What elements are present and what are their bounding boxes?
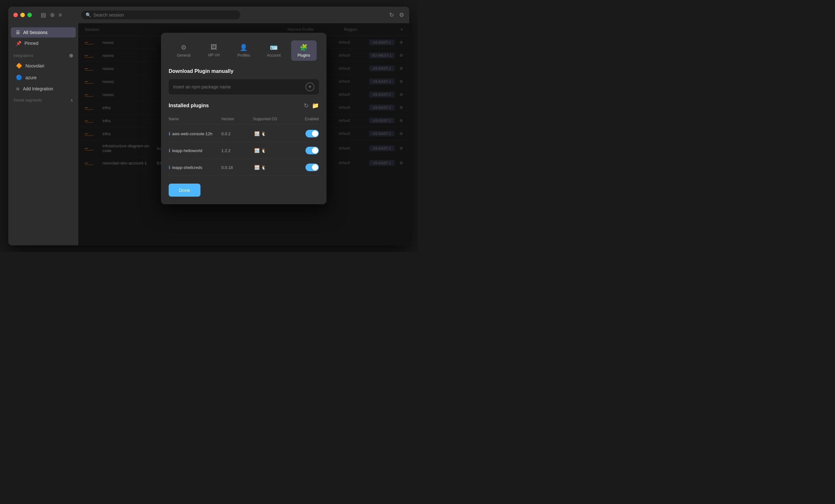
traffic-lights: [13, 13, 32, 17]
refresh-plugins-button[interactable]: ↻: [304, 102, 309, 109]
maximize-button[interactable]: [27, 13, 32, 17]
content-area: Session Named Profile Region ≡ aws noovo…: [78, 23, 409, 245]
sidebar-item-pinned[interactable]: 📌 Pinned: [11, 38, 76, 48]
name-col-header: Name: [169, 117, 222, 121]
integrations-label: Integrations: [13, 54, 34, 58]
plugin-version-3: 0.0.18: [222, 165, 253, 170]
general-tab-label: General: [177, 53, 190, 58]
add-integration-plus-icon: ⊕: [16, 86, 20, 91]
done-button[interactable]: Done: [169, 184, 201, 197]
settings-modal: ⚙ General 🖼 IdP Url 👤 Profiles 🪪: [161, 33, 326, 204]
settings-icon[interactable]: ⚙: [399, 12, 404, 18]
plugins-table-header: Name Version Supported OS Enabled: [169, 114, 319, 124]
plugin-name-label-1: aws-web-console-12h: [172, 132, 212, 136]
all-sessions-label: All Sessions: [23, 30, 47, 35]
plugin-enabled-2: [292, 147, 319, 154]
installed-actions: ↻ 📁: [304, 102, 319, 109]
pinned-label: Pinned: [24, 41, 39, 46]
version-col-header: Version: [222, 117, 253, 121]
plugin-row-aws-web-console: ℹ aws-web-console-12h 0.0.2 🪟 🐧: [169, 125, 319, 142]
info-icon-2[interactable]: ℹ: [169, 148, 170, 153]
plugin-name-1: ℹ aws-web-console-12h: [169, 131, 222, 136]
profiles-tab-label: Profiles: [238, 53, 250, 58]
plugin-os-1: 🪟 🐧: [253, 131, 292, 136]
sidebar-item-noovolari[interactable]: 🔶 Noovolari: [11, 60, 76, 71]
general-tab-icon: ⚙: [181, 44, 186, 51]
plugins-tab-label: Plugins: [298, 53, 310, 58]
plugin-enabled-1: [292, 130, 319, 138]
title-bar-right: ↻ ⚙: [389, 12, 404, 18]
tab-plugins[interactable]: 🧩 Plugins: [291, 40, 317, 61]
plugin-row-leapp-helloworld: ℹ leapp-helloworld 1.2.2 🪟 🐧: [169, 142, 319, 159]
installed-plugins-title: Installed plugins: [169, 103, 209, 108]
windows-icon: 🪟: [254, 148, 260, 153]
azure-label: azure: [25, 75, 37, 80]
account-tab-icon: 🪪: [270, 44, 278, 51]
tab-idp-url[interactable]: 🖼 IdP Url: [201, 40, 227, 61]
plugin-os-3: 🪟 🐧: [253, 165, 292, 170]
add-integration-icon[interactable]: ⊕: [69, 53, 73, 59]
modal-tabs: ⚙ General 🖼 IdP Url 👤 Profiles 🪪: [169, 40, 319, 61]
plugin-name-label-2: leapp-helloworld: [172, 148, 202, 153]
search-bar[interactable]: 🔍: [81, 11, 240, 19]
sidebar-item-all-sessions[interactable]: ☰ All Sessions: [11, 27, 76, 38]
plugins-tab-icon: 🧩: [300, 44, 308, 51]
download-plugin-title: Download Plugin manually: [169, 68, 319, 74]
main-layout: ☰ All Sessions 📌 Pinned Integrations ⊕ 🔶…: [8, 23, 409, 245]
plugin-version-1: 0.0.2: [222, 132, 253, 136]
folder-plugins-button[interactable]: 📁: [312, 102, 319, 109]
refresh-icon[interactable]: ↻: [389, 12, 394, 18]
search-input[interactable]: [94, 13, 236, 18]
tab-profiles[interactable]: 👤 Profiles: [231, 40, 257, 61]
pinned-icon: 📌: [16, 41, 21, 46]
npm-package-input[interactable]: [173, 84, 302, 89]
info-icon-1[interactable]: ℹ: [169, 131, 170, 136]
plugin-os-2: 🪟 🐧: [253, 148, 292, 153]
noovolari-label: Noovolari: [25, 63, 44, 68]
idp-url-tab-label: IdP Url: [208, 53, 219, 57]
close-button[interactable]: [13, 13, 18, 17]
windows-icon: 🪟: [254, 165, 260, 170]
all-sessions-icon: ☰: [16, 30, 20, 35]
plugin-name-label-3: leapp-shellcreds: [172, 165, 202, 170]
profiles-tab-icon: 👤: [240, 44, 248, 51]
modal-overlay: ⚙ General 🖼 IdP Url 👤 Profiles 🪪: [78, 23, 409, 245]
integrations-section: Integrations ⊕: [8, 49, 78, 60]
new-session-icon[interactable]: ⊕: [50, 12, 55, 18]
plugin-toggle-1[interactable]: [305, 130, 319, 138]
saved-segments-section: Saved segments ∧: [8, 94, 78, 104]
info-icon-3[interactable]: ℹ: [169, 165, 170, 170]
linux-icon: 🐧: [261, 131, 266, 136]
tab-account[interactable]: 🪪 Account: [261, 40, 286, 61]
npm-add-button[interactable]: +: [305, 82, 314, 91]
sidebar-item-azure[interactable]: 🔵 azure: [11, 72, 76, 83]
filter-icon[interactable]: ≡: [59, 12, 62, 18]
minimize-button[interactable]: [20, 13, 25, 17]
sidebar: ☰ All Sessions 📌 Pinned Integrations ⊕ 🔶…: [8, 23, 78, 245]
app-window: ▤ ⊕ ≡ 🔍 ↻ ⚙ ☰ All Sessions 📌 Pinned Inte…: [8, 7, 409, 245]
idp-url-tab-icon: 🖼: [211, 44, 217, 51]
plugin-toggle-2[interactable]: [305, 147, 319, 154]
sidebar-item-add-integration[interactable]: ⊕ Add Integration: [11, 84, 76, 94]
plugin-toggle-3[interactable]: [305, 164, 319, 171]
plugin-name-3: ℹ leapp-shellcreds: [169, 165, 222, 170]
azure-icon: 🔵: [16, 75, 22, 81]
saved-segments-label: Saved segments: [13, 98, 42, 102]
add-integration-label: Add Integration: [23, 86, 53, 91]
enabled-col-header: Enabled: [292, 117, 319, 121]
search-icon: 🔍: [86, 13, 91, 18]
plugin-enabled-3: [292, 164, 319, 171]
installed-plugins-header: Installed plugins ↻ 📁: [169, 102, 319, 109]
linux-icon: 🐧: [261, 165, 266, 170]
npm-input-row[interactable]: +: [169, 79, 319, 95]
title-bar-actions: ▤ ⊕ ≡: [41, 12, 62, 18]
windows-icon: 🪟: [254, 131, 260, 136]
tab-general[interactable]: ⚙ General: [171, 40, 196, 61]
linux-icon: 🐧: [261, 148, 266, 153]
sidebar-toggle-icon[interactable]: ▤: [41, 12, 46, 18]
plugin-version-2: 1.2.2: [222, 148, 253, 153]
account-tab-label: Account: [267, 53, 281, 58]
chevron-up-icon[interactable]: ∧: [70, 98, 73, 102]
plugin-row-leapp-shellcreds: ℹ leapp-shellcreds 0.0.18 🪟 🐧: [169, 159, 319, 176]
plugin-name-2: ℹ leapp-helloworld: [169, 148, 222, 153]
